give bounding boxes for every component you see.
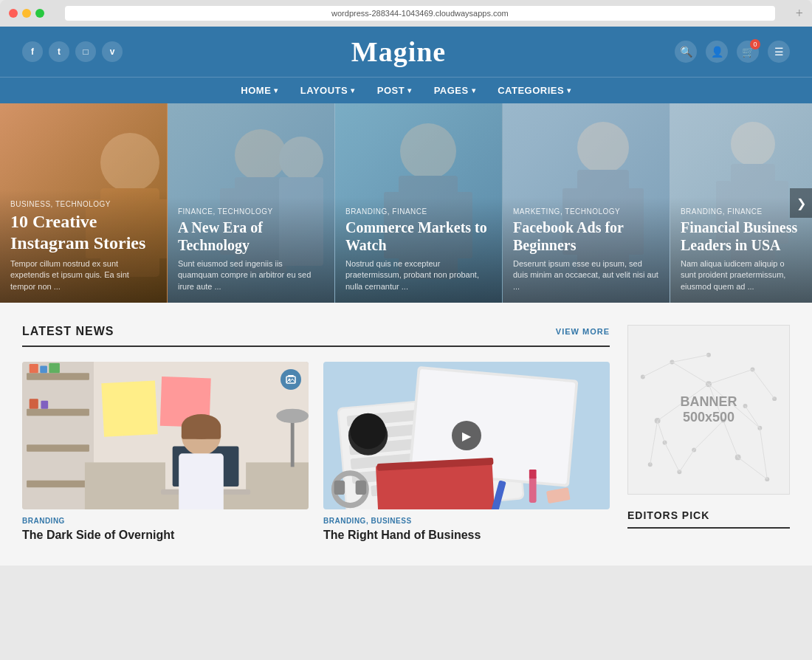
latest-news-header: LATEST NEWS VIEW MORE <box>22 325 610 347</box>
svg-rect-45 <box>286 377 295 383</box>
slide-2-excerpt: Sunt eiusmod sed ingeniis iis quamquam c… <box>178 258 324 292</box>
slide-4-categories: MARKETING, TECHNOLOGY <box>513 207 659 216</box>
slide-2-overlay: FINANCE, TECHNOLOGY A New Era of Technol… <box>168 197 334 303</box>
svg-rect-67 <box>529 476 537 503</box>
news-card-2[interactable]: ▶ BRANDING, BUSINESS The Right Hand of B… <box>323 362 610 543</box>
nav-home-arrow: ▾ <box>274 86 278 94</box>
slide-2-title: A New Era of Technology <box>178 219 324 254</box>
news-1-category: BRANDING <box>22 517 309 525</box>
svg-point-80 <box>641 374 645 379</box>
social-icons-group: f t □ v <box>22 41 123 62</box>
site-wrapper: f t □ v Magine 🔍 👤 🛒 0 ☰ HOME ▾ LAYOUTS … <box>0 27 812 566</box>
svg-rect-26 <box>27 444 89 452</box>
news-2-category: BRANDING, BUSINESS <box>323 517 610 525</box>
news-thumb-2[interactable]: ▶ <box>323 362 610 509</box>
slide-1-title: 10 Creative Instagram Stories <box>10 211 156 254</box>
slide-4[interactable]: MARKETING, TECHNOLOGY Facebook Ads for B… <box>503 103 670 303</box>
svg-rect-29 <box>40 365 47 373</box>
svg-rect-44 <box>182 424 221 439</box>
svg-rect-66 <box>356 481 367 495</box>
nav-pages-arrow: ▾ <box>472 86 476 94</box>
slide-3-categories: BRANDING, FINANCE <box>345 207 492 216</box>
svg-rect-32 <box>41 401 48 409</box>
svg-rect-27 <box>27 481 89 488</box>
svg-rect-25 <box>27 409 89 416</box>
news-thumb-1[interactable] <box>22 362 309 509</box>
news-2-title: The Right Hand of Business <box>323 528 610 543</box>
news-grid: BRANDING The Dark Side of Overnight <box>22 362 610 543</box>
slider-next-button[interactable]: ❯ <box>790 188 812 218</box>
nav-pages[interactable]: PAGES ▾ <box>434 85 476 96</box>
user-icon[interactable]: 👤 <box>706 41 728 63</box>
maximize-dot[interactable] <box>35 9 44 18</box>
banner-size: 500x500 <box>680 410 737 425</box>
slide-2-categories: FINANCE, TECHNOLOGY <box>178 207 324 216</box>
new-tab-button[interactable]: + <box>796 7 803 20</box>
slide-5-excerpt: Nam aliqua iudicem aliquip o sunt proide… <box>681 258 802 292</box>
browser-dots <box>9 9 44 18</box>
content-left: LATEST NEWS VIEW MORE <box>22 325 610 543</box>
vimeo-icon[interactable]: v <box>102 41 123 62</box>
menu-icon[interactable]: ☰ <box>768 41 790 63</box>
nav-post[interactable]: POST ▾ <box>377 85 412 96</box>
nav-categories[interactable]: CATEGORIES ▾ <box>498 85 571 96</box>
play-icon[interactable]: ▶ <box>452 421 481 450</box>
news-1-title: The Dark Side of Overnight <box>22 528 309 543</box>
slide-2[interactable]: FINANCE, TECHNOLOGY A New Era of Technol… <box>168 103 335 303</box>
slide-3-excerpt: Nostrud quis ne excepteur praetermissum,… <box>345 258 492 292</box>
banner-label: BANNER <box>680 394 737 410</box>
browser-chrome: wordpress-288344-1043469.cloudwaysapps.c… <box>0 0 812 27</box>
site-header: f t □ v Magine 🔍 👤 🛒 0 ☰ <box>0 27 812 77</box>
svg-rect-28 <box>30 364 38 373</box>
main-content: LATEST NEWS VIEW MORE <box>0 303 812 566</box>
svg-rect-39 <box>101 380 157 436</box>
address-bar[interactable]: wordpress-288344-1043469.cloudwaysapps.c… <box>65 6 775 21</box>
latest-news-title: LATEST NEWS <box>22 325 114 338</box>
content-layout: LATEST NEWS VIEW MORE <box>22 325 790 543</box>
site-logo[interactable]: Magine <box>351 35 446 68</box>
facebook-icon[interactable]: f <box>22 41 43 62</box>
nav-home[interactable]: HOME ▾ <box>241 85 278 96</box>
slide-1-overlay: BUSINESS, TECHNOLOGY 10 Creative Instagr… <box>0 190 167 303</box>
svg-rect-68 <box>529 470 537 478</box>
svg-rect-30 <box>49 363 60 373</box>
slide-1-excerpt: Tempor cillum nostrud ex sunt expetendis… <box>10 258 156 292</box>
twitter-icon[interactable]: t <box>49 41 69 62</box>
header-actions: 🔍 👤 🛒 0 ☰ <box>675 41 790 63</box>
gallery-icon[interactable] <box>281 369 301 390</box>
editors-pick-title: EDITORS PICK <box>627 509 790 529</box>
svg-point-14 <box>577 122 629 173</box>
slide-3-overlay: BRANDING, FINANCE Commerce Markets to Wa… <box>335 197 502 303</box>
hero-slider: BUSINESS, TECHNOLOGY 10 Creative Instagr… <box>0 103 812 303</box>
svg-point-62 <box>350 413 386 450</box>
slide-3-title: Commerce Markets to Watch <box>345 219 492 254</box>
cart-icon[interactable]: 🛒 0 <box>737 41 759 63</box>
cart-badge: 0 <box>750 39 760 49</box>
nav-layouts-arrow: ▾ <box>351 86 355 94</box>
nav-categories-arrow: ▾ <box>567 86 571 94</box>
svg-point-18 <box>731 122 775 166</box>
slide-4-overlay: MARKETING, TECHNOLOGY Facebook Ads for B… <box>503 197 670 303</box>
nav-post-arrow: ▾ <box>407 86 412 94</box>
slide-5-categories: BRANDING, FINANCE <box>681 207 802 216</box>
svg-point-4 <box>235 129 286 181</box>
minimize-dot[interactable] <box>22 9 31 18</box>
svg-rect-24 <box>27 373 89 380</box>
view-more-button[interactable]: VIEW MORE <box>556 327 610 336</box>
svg-point-8 <box>279 137 323 181</box>
slide-3[interactable]: BRANDING, FINANCE Commerce Markets to Wa… <box>335 103 503 303</box>
instagram-icon[interactable]: □ <box>75 41 96 62</box>
slide-4-title: Facebook Ads for Beginners <box>513 219 659 254</box>
slide-1-categories: BUSINESS, TECHNOLOGY <box>10 200 156 208</box>
content-sidebar: BANNER 500x500 EDITORS PICK <box>627 325 790 543</box>
svg-point-82 <box>677 470 681 474</box>
news-card-1[interactable]: BRANDING The Dark Side of Overnight <box>22 362 309 543</box>
svg-rect-46 <box>288 375 294 377</box>
svg-point-38 <box>276 409 309 423</box>
svg-rect-65 <box>334 481 345 495</box>
close-dot[interactable] <box>9 9 18 18</box>
slide-1[interactable]: BUSINESS, TECHNOLOGY 10 Creative Instagr… <box>0 103 168 303</box>
search-icon[interactable]: 🔍 <box>675 41 697 63</box>
slide-5-title: Financial Business Leaders in USA <box>681 219 802 254</box>
nav-layouts[interactable]: LAYOUTS ▾ <box>300 85 355 96</box>
